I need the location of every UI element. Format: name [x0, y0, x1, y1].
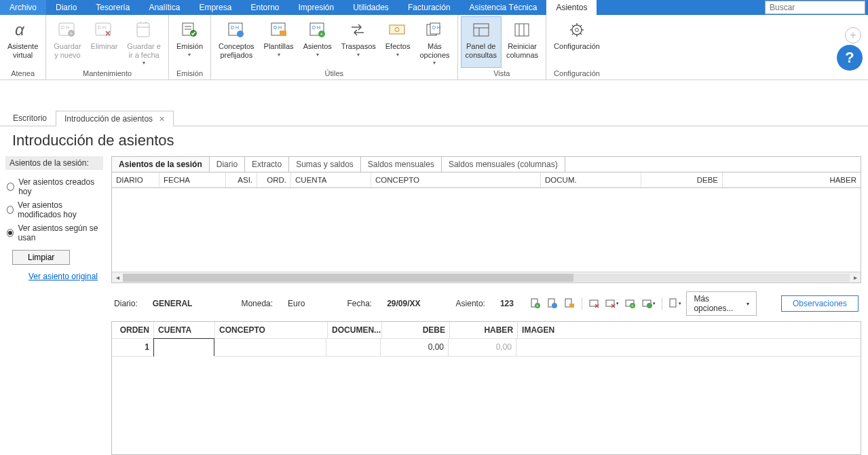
asistente-virtual-button[interactable]: α Asistente virtual	[3, 16, 43, 68]
svg-line-40	[572, 25, 573, 26]
traspasos-button[interactable]: Traspasos ▾	[337, 16, 381, 68]
ecol-concepto[interactable]: CONCEPTO	[215, 322, 328, 339]
radio-modificados-hoy[interactable]: Ver asientos modificados hoy	[5, 198, 103, 221]
horizontal-scrollbar[interactable]: ◂ ▸	[112, 272, 861, 283]
ecol-haber[interactable]: HABER	[450, 322, 518, 339]
svg-point-48	[552, 303, 557, 308]
svg-rect-23	[390, 25, 404, 34]
doctab-escritorio[interactable]: Escritorio	[4, 110, 56, 126]
doc-add-blue-button[interactable]	[546, 296, 559, 311]
doc-dh-icon: D H	[225, 19, 247, 41]
cell-haber[interactable]: 0,00	[449, 339, 516, 357]
menu-item-entorno[interactable]: Entorno	[241, 0, 288, 15]
ecol-imagen[interactable]: IMAGEN	[518, 322, 861, 339]
menu-item-archivo[interactable]: Archivo	[0, 0, 46, 15]
entry-grid-body[interactable]	[112, 357, 861, 454]
plantillas-button[interactable]: D H Plantillas ▾	[259, 16, 299, 68]
close-tab-icon[interactable]: ✕	[159, 115, 165, 123]
doc-action-dropdown-button[interactable]: ▾	[667, 296, 682, 311]
session-side-panel: Asientos de la sesión: Ver asientos crea…	[0, 156, 109, 455]
doctab-introduccion[interactable]: Introducción de asientos ✕	[56, 111, 174, 126]
cell-debe[interactable]: 0,00	[381, 339, 449, 357]
eliminar-button[interactable]: D H Eliminar	[86, 16, 123, 68]
print-doc-icon	[178, 19, 200, 41]
emision-button[interactable]: Emisión ▾	[172, 16, 208, 68]
ver-asiento-original-link[interactable]: Ver asiento original	[5, 272, 103, 281]
innertab-saldos-cols[interactable]: Saldos mensuales (columnas)	[442, 157, 565, 172]
cell-concepto[interactable]	[214, 339, 326, 357]
menu-item-asistencia[interactable]: Asistencia Técnica	[460, 0, 547, 15]
configuracion-button[interactable]: Configuración	[549, 16, 605, 68]
innertab-saldos-mens[interactable]: Saldos mensuales	[361, 157, 442, 172]
row-insert-dropdown-button[interactable]: ▾	[641, 296, 656, 311]
menu-item-analitica[interactable]: Analítica	[139, 0, 189, 15]
cell-cuenta-input[interactable]	[153, 338, 214, 357]
svg-text:+: +	[70, 31, 73, 37]
ecol-debe[interactable]: DEBE	[382, 322, 450, 339]
add-tab-button[interactable]: +	[845, 27, 861, 43]
ribbon-group-label: Útiles	[214, 68, 455, 79]
save-date-icon	[133, 19, 155, 41]
menu-item-empresa[interactable]: Empresa	[189, 0, 241, 15]
ecol-orden[interactable]: ORDEN	[112, 322, 154, 339]
svg-text:+: +	[631, 304, 634, 308]
menu-item-utilidades[interactable]: Utilidades	[343, 0, 398, 15]
col-fecha[interactable]: FECHA	[159, 172, 226, 187]
help-button[interactable]: ?	[837, 45, 863, 71]
ecol-documen[interactable]: DOCUMEN...	[328, 322, 382, 339]
guardar-nuevo-button[interactable]: D H+ Guardar y nuevo	[49, 16, 86, 68]
innertab-sumas[interactable]: Sumas y saldos	[289, 157, 361, 172]
innertab-sesion[interactable]: Asientos de la sesión	[112, 157, 210, 172]
entry-grid: ORDEN CUENTA CONCEPTO DOCUMEN... DEBE HA…	[111, 321, 861, 455]
menu-item-tesoreria[interactable]: Tesorería	[86, 0, 139, 15]
ecol-cuenta[interactable]: CUENTA	[154, 322, 215, 339]
innertab-diario[interactable]: Diario	[210, 157, 245, 172]
menu-item-impresion[interactable]: Impresión	[288, 0, 343, 15]
guardar-irfecha-button[interactable]: Guardar e ir a fecha ▾	[122, 16, 166, 68]
col-concepto[interactable]: CONCEPTO	[371, 172, 541, 187]
asientos-button[interactable]: D H+ Asientos ▾	[299, 16, 337, 68]
menu-item-asientos[interactable]: Asientos	[546, 0, 597, 15]
radio-segun-usan[interactable]: Ver asientos según se usan	[5, 221, 103, 244]
col-docum[interactable]: DOCUM.	[541, 172, 641, 187]
doc-add-green-button[interactable]: +	[529, 296, 542, 311]
cell-imagen[interactable]	[516, 339, 861, 357]
col-ord[interactable]: ORD.	[257, 172, 291, 187]
col-debe[interactable]: DEBE	[641, 172, 723, 187]
observaciones-button[interactable]: Observaciones	[781, 295, 858, 312]
asiento-value: 123	[500, 299, 514, 308]
chevron-down-icon: ▾	[396, 52, 399, 58]
innertab-extracto[interactable]: Extracto	[245, 157, 289, 172]
panel-consultas-button[interactable]: Panel de consultas	[461, 16, 502, 68]
col-haber[interactable]: HABER	[723, 172, 861, 187]
search-input[interactable]	[765, 1, 865, 14]
chevron-down-icon: ▾	[357, 52, 360, 58]
reiniciar-columnas-button[interactable]: Reiniciar columnas	[502, 16, 543, 68]
conceptos-prefijados-button[interactable]: D H Conceptos prefijados	[214, 16, 259, 68]
side-header: Asientos de la sesión:	[5, 156, 103, 170]
col-asi[interactable]: ASI.	[226, 172, 257, 187]
doc-add-orange-button[interactable]	[563, 296, 576, 311]
efectos-button[interactable]: Efectos ▾	[381, 16, 415, 68]
grid-body[interactable]	[112, 188, 861, 272]
row-dropdown-button[interactable]: ▾	[605, 296, 620, 311]
cell-documen[interactable]	[326, 339, 381, 357]
menu-item-facturacion[interactable]: Facturación	[398, 0, 460, 15]
mas-opciones-button[interactable]: D H Más opciones ▾	[415, 16, 454, 68]
scroll-thumb[interactable]	[123, 274, 573, 282]
scroll-right-icon[interactable]: ▸	[850, 274, 861, 281]
menu-item-diario[interactable]: Diario	[46, 0, 86, 15]
radio-creados-hoy[interactable]: Ver asientos creados hoy	[5, 175, 103, 198]
chevron-down-icon: ▾	[188, 52, 191, 58]
mas-opciones-dropdown[interactable]: Más opciones...▾	[686, 291, 757, 316]
col-diario[interactable]: DIARIO	[112, 172, 159, 187]
inner-tabstrip: Asientos de la sesión Diario Extracto Su…	[111, 156, 861, 172]
col-cuenta[interactable]: CUENTA	[291, 172, 371, 187]
scroll-left-icon[interactable]: ◂	[112, 274, 123, 281]
row-insert-button[interactable]: +	[624, 296, 637, 311]
limpiar-button[interactable]: Limpiar	[12, 250, 70, 265]
fecha-value: 29/09/XX	[387, 299, 420, 308]
row-delete-button[interactable]	[588, 296, 601, 311]
cell-orden: 1	[112, 339, 154, 357]
svg-rect-50	[569, 304, 574, 308]
